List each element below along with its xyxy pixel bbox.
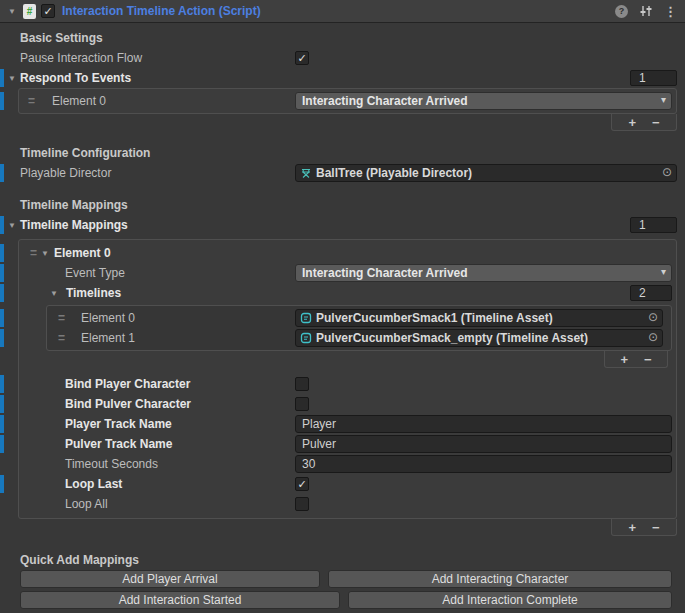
timeline-mappings-size-field[interactable]: 1 (630, 217, 677, 233)
add-interaction-started-button[interactable]: Add Interaction Started (20, 591, 340, 609)
player-track-name-row: Player Track Name Player (22, 414, 673, 434)
player-track-name-input[interactable]: Player (295, 415, 672, 433)
add-element-button[interactable]: + (628, 115, 636, 130)
foldout-icon[interactable]: ▼ (8, 221, 16, 230)
inspector-panel: ▼ # ✓ Interaction Timeline Action (Scrip… (0, 0, 685, 613)
timelines-list: = Element 0 PulverCucumberSmack1 (Timeli… (46, 305, 672, 351)
pulver-track-name-input[interactable]: Pulver (295, 435, 672, 453)
player-track-name-label: Player Track Name (22, 417, 172, 431)
playable-director-field[interactable]: BallTree (Playable Director) ⊙ (295, 164, 677, 182)
bind-pulver-character-row: Bind Pulver Character (22, 394, 673, 414)
object-picker-icon[interactable]: ⊙ (648, 310, 658, 324)
dropdown-value: Interacting Character Arrived (302, 266, 468, 280)
timelines-row: ▼ Timelines 2 (22, 283, 673, 303)
section-label: Basic Settings (0, 31, 103, 45)
timelines-size-field[interactable]: 2 (630, 285, 672, 301)
drag-handle-icon[interactable]: = (58, 331, 65, 345)
loop-all-row: Loop All (22, 494, 673, 514)
timeline-mappings-group: = ▼ Element 0 Event Type Interacting Cha… (18, 239, 677, 519)
add-element-button[interactable]: + (628, 520, 636, 535)
timeout-seconds-label: Timeout Seconds (22, 457, 158, 471)
section-label: Timeline Configuration (0, 146, 150, 160)
component-title: Interaction Timeline Action (Script) (62, 4, 261, 18)
loop-all-checkbox[interactable] (295, 497, 309, 511)
add-element-button[interactable]: + (620, 352, 628, 367)
respond-event-dropdown[interactable]: Interacting Character Arrived ▾ (295, 92, 672, 110)
remove-element-button[interactable]: − (644, 352, 652, 367)
bind-player-character-row: Bind Player Character (22, 374, 673, 394)
dropdown-value: Interacting Character Arrived (302, 94, 468, 108)
playable-director-icon (300, 167, 312, 179)
playable-director-row: Playable Director BallTree (Playable Dir… (0, 163, 685, 183)
element-label: Element 0 (52, 94, 106, 108)
event-type-label: Event Type (22, 266, 125, 280)
bind-player-character-checkbox[interactable] (295, 377, 309, 391)
mapping-element-header-row: = ▼ Element 0 (22, 243, 673, 263)
timeline-asset-icon (300, 312, 312, 324)
object-field-value: PulverCucumberSmack_empty (Timeline Asse… (316, 331, 588, 345)
respond-to-events-row: ▼ Respond To Events 1 (0, 68, 685, 88)
pause-interaction-flow-row: Pause Interaction Flow ✓ (0, 48, 685, 68)
timelines-list-footer: + − (604, 351, 668, 368)
timelines-label: Timelines (66, 286, 121, 300)
timeline-mappings-foldout-row: ▼ Timeline Mappings 1 (0, 215, 685, 235)
kebab-menu-icon[interactable]: ⋮ (664, 4, 677, 19)
pause-interaction-flow-label: Pause Interaction Flow (0, 51, 142, 65)
bind-pulver-character-checkbox[interactable] (295, 397, 309, 411)
component-foldout-icon[interactable]: ▼ (6, 7, 18, 16)
chevron-down-icon: ▾ (661, 94, 666, 105)
section-label: Quick Add Mappings (0, 553, 139, 567)
mapping-element-label: Element 0 (54, 246, 111, 260)
respond-to-events-label: Respond To Events (0, 71, 131, 85)
quick-add-mappings-header: Quick Add Mappings (0, 550, 685, 570)
presets-icon[interactable] (639, 4, 653, 18)
chevron-down-icon: ▾ (661, 266, 666, 277)
loop-all-label: Loop All (22, 497, 108, 511)
foldout-icon[interactable]: ▼ (41, 249, 49, 258)
timeout-seconds-input[interactable]: 30 (295, 455, 672, 473)
drag-handle-icon[interactable]: = (58, 311, 65, 325)
help-icon[interactable]: ? (615, 5, 628, 18)
loop-last-row: Loop Last ✓ (22, 474, 673, 494)
object-picker-icon[interactable]: ⊙ (648, 330, 658, 344)
timeline-asset-field[interactable]: PulverCucumberSmack1 (Timeline Asset) ⊙ (295, 309, 663, 327)
component-header: ▼ # ✓ Interaction Timeline Action (Scrip… (0, 0, 685, 23)
drag-handle-icon[interactable]: = (28, 94, 35, 108)
loop-last-checkbox[interactable]: ✓ (295, 477, 309, 491)
foldout-icon[interactable]: ▼ (8, 74, 16, 83)
script-icon: # (23, 4, 36, 19)
remove-element-button[interactable]: − (652, 520, 660, 535)
timeline-mappings-section-header: Timeline Mappings (0, 195, 685, 215)
timeline-element-row: = Element 0 PulverCucumberSmack1 (Timeli… (50, 308, 668, 328)
pulver-track-name-row: Pulver Track Name Pulver (22, 434, 673, 454)
pulver-track-name-label: Pulver Track Name (22, 437, 172, 451)
object-field-value: PulverCucumberSmack1 (Timeline Asset) (316, 311, 553, 325)
loop-last-label: Loop Last (22, 477, 122, 491)
remove-element-button[interactable]: − (652, 115, 660, 130)
timeline-configuration-header: Timeline Configuration (0, 143, 685, 163)
respond-element-row: = Element 0 Interacting Character Arrive… (22, 91, 673, 111)
timeline-element-row: = Element 1 PulverCucumberSmack_empty (T… (50, 328, 668, 348)
foldout-icon[interactable]: ▼ (50, 289, 58, 298)
timeline-mappings-label: Timeline Mappings (0, 218, 128, 232)
element-label: Element 1 (81, 331, 135, 345)
timeout-seconds-row: Timeout Seconds 30 (22, 454, 673, 474)
pause-interaction-flow-checkbox[interactable]: ✓ (295, 51, 309, 65)
element-label: Element 0 (81, 311, 135, 325)
add-interaction-complete-button[interactable]: Add Interaction Complete (348, 591, 672, 609)
respond-to-events-size-field[interactable]: 1 (630, 70, 677, 86)
object-picker-icon[interactable]: ⊙ (662, 165, 672, 179)
add-player-arrival-button[interactable]: Add Player Arrival (20, 570, 320, 588)
event-type-dropdown[interactable]: Interacting Character Arrived ▾ (295, 264, 672, 282)
respond-list-footer: + − (611, 114, 677, 131)
event-type-row: Event Type Interacting Character Arrived… (22, 263, 673, 283)
add-interacting-character-button[interactable]: Add Interacting Character (328, 570, 672, 588)
section-label: Timeline Mappings (0, 198, 128, 212)
timeline-asset-field[interactable]: PulverCucumberSmack_empty (Timeline Asse… (295, 329, 663, 347)
component-enabled-checkbox[interactable]: ✓ (41, 4, 55, 18)
drag-handle-icon[interactable]: = (30, 246, 37, 260)
timeline-mappings-footer: + − (611, 519, 677, 536)
bind-player-character-label: Bind Player Character (22, 377, 190, 391)
timeline-asset-icon (300, 332, 312, 344)
basic-settings-header: Basic Settings (0, 28, 685, 48)
